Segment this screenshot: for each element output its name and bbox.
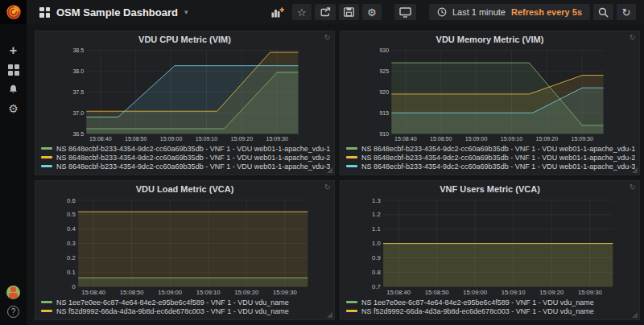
x-tick-label: 15:08:40 xyxy=(386,289,411,296)
legend-series-color xyxy=(41,301,52,303)
settings-button[interactable]: ⚙ xyxy=(362,4,382,20)
y-tick-label: 0.2 xyxy=(67,254,76,261)
x-tick-label: 15:08:50 xyxy=(425,289,449,296)
refresh-button[interactable]: ↻ xyxy=(617,4,636,20)
legend-item[interactable]: NS 1ee7e0ee-6c87-4e64-84e2-e95be6c4f589 … xyxy=(41,298,334,306)
refresh-spinner-icon: ↻ xyxy=(324,32,331,43)
help-icon[interactable]: ? xyxy=(7,306,19,318)
x-tick-label: 15:09:20 xyxy=(234,289,258,296)
x-tick-label: 15:08:40 xyxy=(394,136,417,142)
legend-series-label: NS f52d9992-66da-4d3a-9b8d-ec6de678c003 … xyxy=(361,307,594,315)
star-button[interactable]: ☆ xyxy=(292,4,312,20)
add-panel-icon xyxy=(271,7,284,18)
user-avatar[interactable] xyxy=(6,286,20,299)
panel-header[interactable]: VDU Load Metric (VCA) ↻ xyxy=(35,181,334,195)
time-series-chart[interactable]: 91091592092593015:08:4015:08:5015:09:001… xyxy=(341,46,639,143)
legend-series-color xyxy=(346,156,357,158)
dashboard-title-group: OSM Sample Dashboard ▾ xyxy=(39,6,188,19)
y-tick-label: 915 xyxy=(379,110,389,116)
panel-resize-handle[interactable] xyxy=(327,312,332,318)
y-tick-label: 36.5 xyxy=(72,131,84,137)
panel-header[interactable]: VDU Memory Metric (VIM) ↻ xyxy=(341,31,639,46)
dashboard-icon xyxy=(39,7,50,18)
panel-header[interactable]: VNF Users Metric (VCA) ↻ xyxy=(341,181,639,195)
chart-legend: NS 1ee7e0ee-6c87-4e64-84e2-e95be6c4f589 … xyxy=(35,297,334,319)
x-tick-label: 15:09:10 xyxy=(196,136,218,142)
clock-icon xyxy=(437,7,447,17)
y-tick-label: 930 xyxy=(379,47,389,53)
legend-series-label: NS 8648ecbf-b233-4354-9dc2-cc60a69b35db … xyxy=(361,162,635,171)
legend-item[interactable]: NS 8648ecbf-b233-4354-9dc2-cc60a69b35db … xyxy=(41,162,334,171)
x-tick-label: 15:08:40 xyxy=(89,136,112,142)
y-tick-label: 925 xyxy=(379,68,389,74)
tv-mode-button[interactable] xyxy=(394,4,416,20)
panel-title[interactable]: VDU CPU Metric (VIM) xyxy=(138,35,231,44)
x-tick-label: 15:08:50 xyxy=(125,136,147,142)
help-glyph: ? xyxy=(11,307,16,316)
chart-legend: NS 1ee7e0ee-6c87-4e64-84e2-e95be6c4f589 … xyxy=(341,297,639,319)
sidebar-nav: + ⚙ xyxy=(6,43,21,115)
x-tick-label: 15:09:10 xyxy=(196,289,221,296)
panel-resize-handle[interactable] xyxy=(632,167,638,173)
time-range-label: Last 1 minute xyxy=(452,7,506,17)
panel-resize-handle[interactable] xyxy=(632,312,638,318)
panel-title[interactable]: VDU Load Metric (VCA) xyxy=(136,184,234,194)
y-tick-label: 1.3 xyxy=(372,197,381,204)
x-tick-label: 15:09:00 xyxy=(160,136,183,142)
x-tick-label: 15:09:00 xyxy=(158,289,182,296)
x-tick-label: 15:09:30 xyxy=(273,289,297,296)
monitor-icon xyxy=(399,7,411,18)
y-tick-label: 37.5 xyxy=(72,89,84,95)
legend-series-color xyxy=(41,147,52,150)
star-icon: ☆ xyxy=(297,7,307,18)
panel-header[interactable]: VDU CPU Metric (VIM) ↻ xyxy=(35,31,334,46)
legend-series-label: NS f52d9992-66da-4d3a-9b8d-ec6de678c003 … xyxy=(56,307,289,315)
panel-title[interactable]: VNF Users Metric (VCA) xyxy=(440,184,540,194)
legend-series-color xyxy=(346,310,357,312)
sidebar-item-create[interactable]: + xyxy=(6,43,21,57)
legend-item[interactable]: NS 1ee7e0ee-6c87-4e64-84e2-e95be6c4f589 … xyxy=(346,298,639,306)
legend-item[interactable]: NS 8648ecbf-b233-4354-9dc2-cc60a69b35db … xyxy=(346,144,639,153)
topbar-actions: ☆ ⚙ xyxy=(263,4,636,20)
magnifier-icon xyxy=(598,7,609,18)
time-picker[interactable]: Last 1 minute Refresh every 5s xyxy=(429,4,590,20)
refresh-icon: ↻ xyxy=(622,7,631,18)
plus-icon: + xyxy=(10,44,17,57)
y-tick-label: 920 xyxy=(379,89,389,95)
legend-series-color xyxy=(346,165,357,167)
legend-item[interactable]: NS 8648ecbf-b233-4354-9dc2-cc60a69b35db … xyxy=(41,153,334,162)
sidebar-item-alerting[interactable] xyxy=(6,82,21,96)
legend-item[interactable]: NS 8648ecbf-b233-4354-9dc2-cc60a69b35db … xyxy=(346,162,639,171)
share-button[interactable] xyxy=(315,4,336,20)
sidebar-item-dashboards[interactable] xyxy=(6,63,21,76)
x-tick-label: 15:08:50 xyxy=(120,289,144,296)
time-series-chart[interactable]: 0.70.80.91.01.11.21.315:08:4015:08:5015:… xyxy=(341,195,639,297)
zoom-out-button[interactable] xyxy=(593,4,613,20)
x-tick-label: 15:09:00 xyxy=(463,289,487,296)
dashboard-grid: VDU CPU Metric (VIM) ↻ 36.537.037.538.03… xyxy=(27,24,644,325)
x-tick-label: 15:09:20 xyxy=(539,289,564,296)
y-tick-label: 0 xyxy=(72,283,75,290)
series-fill xyxy=(86,66,298,134)
refresh-spinner-icon: ↻ xyxy=(324,182,331,193)
panel-title[interactable]: VDU Memory Metric (VIM) xyxy=(436,35,544,44)
legend-series-color xyxy=(346,147,357,150)
save-button[interactable] xyxy=(339,4,359,20)
legend-item[interactable]: NS f52d9992-66da-4d3a-9b8d-ec6de678c003 … xyxy=(41,306,334,315)
y-tick-label: 1.1 xyxy=(372,225,381,232)
y-tick-label: 0.5 xyxy=(67,211,76,218)
add-panel-button[interactable] xyxy=(266,4,289,20)
time-series-chart[interactable]: 36.537.037.538.038.515:08:4015:08:5015:0… xyxy=(35,46,334,143)
dashboard-title[interactable]: OSM Sample Dashboard xyxy=(56,6,178,19)
gear-icon: ⚙ xyxy=(8,103,19,114)
sidebar-item-configuration[interactable]: ⚙ xyxy=(6,101,21,115)
chevron-down-icon[interactable]: ▾ xyxy=(184,8,188,16)
legend-series-label: NS 8648ecbf-b233-4354-9dc2-cc60a69b35db … xyxy=(361,145,635,153)
x-tick-label: 15:09:10 xyxy=(501,136,523,142)
legend-item[interactable]: NS f52d9992-66da-4d3a-9b8d-ec6de678c003 … xyxy=(346,306,639,315)
legend-item[interactable]: NS 8648ecbf-b233-4354-9dc2-cc60a69b35db … xyxy=(41,144,334,153)
time-series-chart[interactable]: 00.10.20.30.40.50.615:08:4015:08:5015:09… xyxy=(35,195,334,297)
grafana-logo[interactable] xyxy=(0,0,27,24)
legend-item[interactable]: NS 8648ecbf-b233-4354-9dc2-cc60a69b35db … xyxy=(346,153,639,162)
panel-resize-handle[interactable] xyxy=(327,167,332,173)
